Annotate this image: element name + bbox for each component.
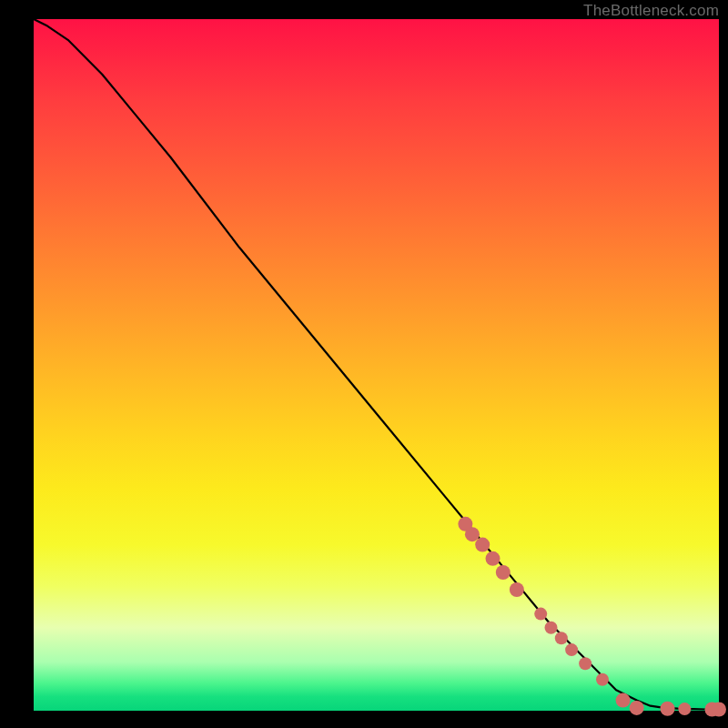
marker-dot [616,693,631,708]
marker-dot [596,673,609,686]
marker-dot [661,702,675,716]
attribution-label: TheBottleneck.com [583,2,719,20]
plot-area [34,19,719,711]
marker-dot [475,538,490,552]
marker-dot [579,657,592,670]
marker-dot [678,703,691,715]
curve-path [34,19,719,709]
marker-dot [565,643,578,656]
marker-dot [630,701,644,715]
marker-layer [458,517,726,717]
marker-dot [534,608,547,621]
chart-svg [34,19,719,711]
marker-dot [555,632,568,644]
marker-dot [486,551,500,566]
marker-dot [510,582,524,597]
marker-dot [496,565,511,580]
marker-dot [465,527,480,541]
chart-stage: TheBottleneck.com [0,0,728,728]
marker-dot [712,702,726,716]
marker-dot [545,622,558,634]
